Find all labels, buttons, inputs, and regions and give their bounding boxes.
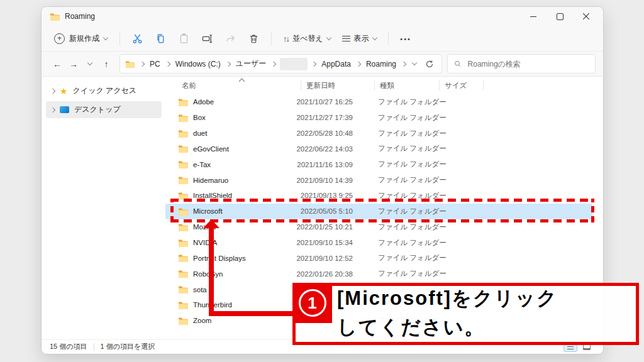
annotation-line-2: してください。	[337, 313, 558, 342]
close-button[interactable]	[573, 8, 599, 25]
forward-button[interactable]	[65, 56, 82, 72]
file-date-modified: 2021/09/10 14:39	[296, 177, 374, 184]
paste-button[interactable]	[172, 28, 196, 48]
column-header-size[interactable]: サイズ	[439, 80, 483, 90]
folder-icon	[178, 254, 188, 262]
file-row[interactable]: Adobe 2021/10/27 16:25 ファイル フォルダー	[165, 94, 602, 110]
sidebar-item-label: デスクトップ	[74, 104, 121, 115]
file-date-modified: 2021/11/16 13:09	[297, 161, 374, 168]
file-row[interactable]: eGovClient 2022/06/22 14:03 ファイル フォルダー	[165, 141, 602, 157]
share-icon	[225, 33, 236, 44]
file-type: ファイル フォルダー	[374, 175, 439, 185]
file-row[interactable]: duet 2022/05/28 10:48 ファイル フォルダー	[165, 126, 602, 141]
minimize-button[interactable]	[520, 8, 547, 25]
chevron-right-icon	[140, 61, 145, 66]
navigation-pane: クイック アクセス デスクトップ	[42, 77, 165, 340]
file-type: ファイル フォルダー	[374, 238, 439, 248]
folder-icon	[178, 239, 188, 247]
breadcrumb: PCWindows (C:)ユーザーAppDataRoaming	[136, 57, 410, 71]
folder-icon	[50, 13, 60, 21]
expand-chevron-icon[interactable]	[50, 107, 55, 112]
search-input[interactable]	[467, 59, 589, 69]
back-button[interactable]	[49, 56, 65, 72]
sidebar-item-desktop[interactable]: デスクトップ	[46, 101, 162, 118]
chevron-down-icon	[326, 35, 331, 40]
search-icon	[454, 60, 462, 68]
maximize-button[interactable]	[547, 8, 573, 25]
view-icon	[342, 36, 350, 41]
search-box[interactable]	[447, 54, 596, 74]
file-name: sota	[193, 286, 207, 293]
column-header-name[interactable]: 名前	[165, 80, 301, 90]
sidebar-item-label: クイック アクセス	[73, 85, 137, 96]
folder-icon	[125, 60, 135, 68]
folder-icon	[178, 98, 188, 106]
file-name: Hidemaruo	[193, 177, 228, 184]
view-button[interactable]: 表示	[336, 30, 382, 48]
new-plus-icon	[54, 33, 65, 44]
chevron-right-icon	[401, 61, 406, 66]
column-header-spacer	[483, 80, 602, 90]
file-date-modified: 2022/05/28 10:48	[296, 129, 374, 137]
up-button[interactable]	[98, 56, 114, 72]
cut-button[interactable]	[126, 28, 149, 48]
file-name: Zoom	[193, 317, 211, 324]
item-count: 15 個の項目	[50, 342, 87, 351]
breadcrumb-segment[interactable]: Windows (C:)	[174, 58, 222, 70]
breadcrumb-segment[interactable]: Roaming	[365, 58, 397, 70]
folder-icon	[178, 114, 188, 122]
folder-icon	[178, 176, 188, 184]
breadcrumb-segment[interactable]: PC	[148, 58, 162, 70]
file-row[interactable]: RoboSyn 2022/01/26 20:38 ファイル フォルダー	[165, 266, 602, 282]
file-date-modified: 2022/01/26 20:38	[296, 270, 374, 278]
expand-chevron-icon[interactable]	[50, 88, 55, 93]
file-date-modified: 2021/10/27 16:25	[296, 98, 374, 106]
folder-icon	[178, 270, 188, 278]
file-date-modified: 2022/01/25 10:21	[296, 223, 374, 231]
delete-button[interactable]	[242, 28, 265, 48]
breadcrumb-segment[interactable]: ユーザー	[235, 57, 268, 71]
address-bar[interactable]: PCWindows (C:)ユーザーAppDataRoaming	[119, 54, 442, 74]
address-row: PCWindows (C:)ユーザーAppDataRoaming	[42, 52, 603, 76]
step-number-circle: 1	[299, 289, 326, 317]
column-headers: 名前 更新日時 種類 サイズ	[165, 77, 602, 94]
file-type: ファイル フォルダー	[374, 160, 439, 169]
status-divider	[94, 343, 94, 351]
file-row[interactable]: e-Tax 2021/11/16 13:09 ファイル フォルダー	[165, 156, 602, 172]
new-button-label: 新規作成	[69, 33, 99, 44]
paste-icon	[179, 33, 189, 44]
file-row[interactable]: Portrait Displays 2021/09/10 12:52 ファイル …	[165, 250, 602, 266]
sort-button[interactable]: 並べ替え	[277, 30, 336, 48]
highlight-dashed-rectangle	[170, 199, 594, 222]
chevron-down-icon	[372, 35, 377, 40]
more-icon	[400, 33, 411, 44]
share-button[interactable]	[219, 28, 242, 48]
file-row[interactable]: NVIDIA 2021/09/10 15:34 ファイル フォルダー	[165, 235, 602, 251]
recent-locations-button[interactable]	[82, 56, 98, 72]
monitor-icon	[60, 106, 69, 113]
file-row[interactable]: Box 2021/12/27 17:39 ファイル フォルダー	[165, 110, 602, 126]
file-type: ファイル フォルダー	[374, 97, 439, 107]
column-header-type[interactable]: 種類	[374, 80, 439, 90]
copy-button[interactable]	[149, 28, 172, 48]
toolbar-divider	[388, 31, 389, 45]
file-row[interactable]: Hidemaruo 2021/09/10 14:39 ファイル フォルダー	[165, 172, 602, 188]
arrow-vertical-line	[209, 228, 214, 314]
breadcrumb-segment[interactable]: AppData	[320, 58, 352, 70]
breadcrumb-segment-redacted[interactable]	[280, 58, 308, 70]
sort-button-label: 並べ替え	[292, 33, 323, 44]
address-dropdown-icon[interactable]	[412, 60, 417, 65]
more-options-button[interactable]	[394, 28, 418, 48]
arrow-head	[203, 219, 219, 228]
column-header-date[interactable]: 更新日時	[301, 80, 374, 90]
new-button[interactable]: 新規作成	[48, 30, 114, 48]
file-date-modified: 2021/09/10 15:34	[296, 239, 374, 246]
rename-button[interactable]	[196, 28, 219, 48]
file-name: Portrait Displays	[193, 255, 246, 262]
annotation-line-1: [Microsoft]をクリック	[337, 284, 558, 313]
chevron-right-icon	[311, 61, 316, 66]
sidebar-item-quick-access[interactable]: クイック アクセス	[46, 82, 162, 99]
delete-icon	[248, 33, 259, 44]
refresh-icon[interactable]	[425, 60, 434, 69]
file-name: Box	[193, 114, 206, 121]
